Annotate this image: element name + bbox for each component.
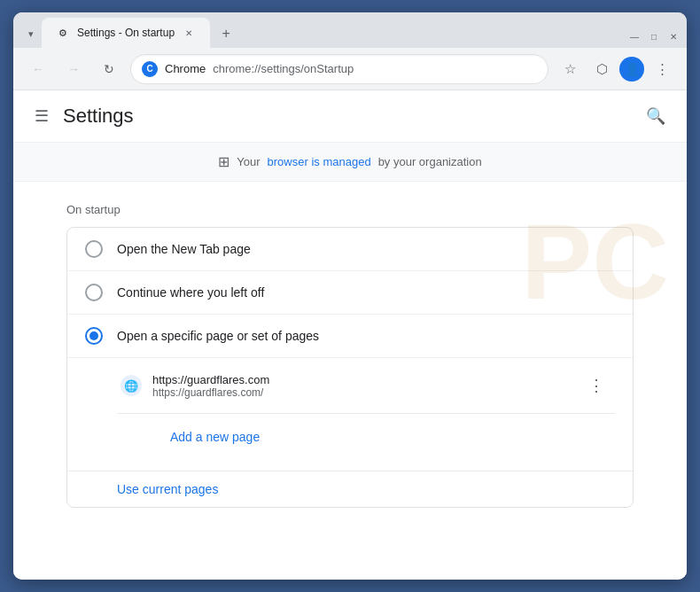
settings-header: ☰ Settings 🔍: [13, 90, 687, 143]
settings-content: ☰ Settings 🔍 ⊞ Your browser is managed b…: [13, 90, 687, 580]
reload-button[interactable]: ↻: [95, 55, 123, 83]
startup-pages-section: 🌐 https://guardflares.com https://guardf…: [67, 357, 633, 471]
search-icon[interactable]: 🔍: [646, 106, 665, 126]
back-button[interactable]: ←: [24, 55, 52, 83]
radio-label-specific-page: Open a specific page or set of pages: [117, 329, 319, 343]
radio-circle-new-tab: [85, 240, 103, 258]
radio-option-continue[interactable]: Continue where you left off: [67, 271, 633, 315]
startup-options-card: Open the New Tab page Continue where you…: [66, 227, 634, 508]
managed-icon: ⊞: [218, 153, 229, 170]
new-tab-button[interactable]: +: [214, 21, 238, 46]
tab-area: ⚙ Settings - On startup ✕ +: [42, 18, 628, 48]
page-title: Settings: [63, 105, 134, 128]
page-more-button[interactable]: ⋮: [581, 372, 611, 399]
section-title: On startup: [66, 203, 634, 216]
managed-text-before: Your: [237, 155, 260, 168]
page-url-sub: https://guardflares.com/: [152, 386, 571, 399]
managed-link[interactable]: browser is managed: [268, 155, 371, 168]
extensions-button[interactable]: ⬡: [587, 55, 616, 83]
tab-favicon-icon: ⚙: [56, 26, 70, 40]
radio-circle-specific-page: [85, 327, 103, 345]
sidebar-menu-icon[interactable]: ☰: [35, 106, 49, 126]
radio-option-specific-page[interactable]: Open a specific page or set of pages: [67, 315, 633, 357]
menu-button[interactable]: ⋮: [648, 55, 676, 83]
radio-label-continue: Continue where you left off: [117, 285, 264, 300]
nav-bar: ← → ↻ C Chrome chrome://settings/onStart…: [13, 48, 687, 90]
managed-text-after: by your organization: [378, 155, 482, 168]
tab-close-button[interactable]: ✕: [182, 26, 196, 40]
use-current-pages-area: Use current pages: [67, 471, 633, 507]
page-globe-icon: 🌐: [121, 375, 142, 396]
tab-list-button[interactable]: ▾: [20, 23, 42, 44]
title-bar: ▾ ⚙ Settings - On startup ✕ + — □ ✕: [13, 12, 687, 48]
site-favicon: C: [142, 61, 158, 77]
add-new-page-link[interactable]: Add a new page: [167, 421, 597, 453]
managed-notice: ⊞ Your browser is managed by your organi…: [13, 143, 687, 182]
browser-brand: Chrome: [165, 62, 206, 75]
use-current-pages-link[interactable]: Use current pages: [117, 482, 615, 496]
window-controls: — □ ✕: [628, 30, 680, 43]
page-url-main: https://guardflares.com: [152, 373, 571, 386]
radio-circle-continue: [85, 284, 103, 301]
address-url: chrome://settings/onStartup: [213, 62, 537, 75]
radio-label-new-tab: Open the New Tab page: [117, 242, 251, 256]
address-bar[interactable]: C Chrome chrome://settings/onStartup: [130, 54, 548, 84]
radio-dot-selected: [89, 331, 98, 340]
nav-icons: ☆ ⬡ 👤 ⋮: [556, 55, 676, 83]
forward-button[interactable]: →: [59, 55, 88, 83]
browser-window: ▾ ⚙ Settings - On startup ✕ + — □ ✕ ← → …: [13, 12, 687, 580]
divider: [117, 413, 615, 414]
action-links-area: Add a new page: [117, 421, 615, 460]
radio-option-new-tab[interactable]: Open the New Tab page: [67, 228, 633, 271]
maximize-button[interactable]: □: [648, 30, 660, 43]
bookmark-button[interactable]: ☆: [556, 55, 584, 83]
tab-title: Settings - On startup: [77, 27, 175, 39]
profile-button[interactable]: 👤: [619, 57, 644, 82]
page-urls: https://guardflares.com https://guardfla…: [152, 373, 571, 399]
settings-body: PC On startup Open the New Tab page Cont…: [13, 182, 687, 529]
minimize-button[interactable]: —: [628, 30, 641, 43]
close-button[interactable]: ✕: [667, 30, 680, 43]
startup-page-entry: 🌐 https://guardflares.com https://guardf…: [117, 365, 615, 406]
active-tab[interactable]: ⚙ Settings - On startup ✕: [42, 18, 210, 48]
